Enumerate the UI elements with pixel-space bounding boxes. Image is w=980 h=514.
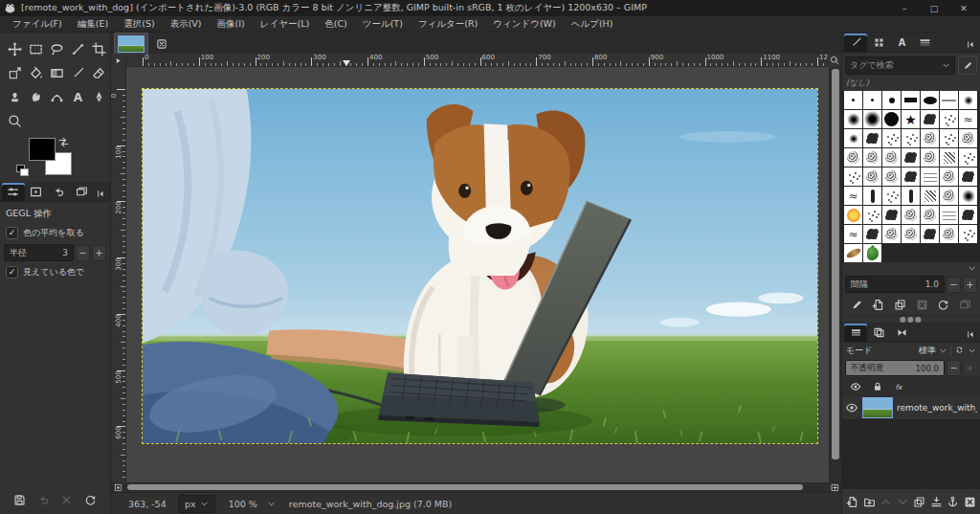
- brush-item-scribble[interactable]: [844, 187, 862, 205]
- delete-layer-button[interactable]: [962, 493, 979, 510]
- zoom-tool-button[interactable]: [5, 109, 25, 132]
- brush-item-dot-m[interactable]: [882, 91, 901, 109]
- restore-tool-preset-button[interactable]: [34, 491, 52, 508]
- opacity-slider[interactable]: 不透明度 100.0: [845, 360, 945, 376]
- brush-item-feather[interactable]: [844, 244, 862, 262]
- brush-item-star[interactable]: [902, 110, 920, 128]
- duplicate-layer-button[interactable]: [911, 493, 928, 510]
- brush-item-speckle[interactable]: [940, 110, 958, 128]
- menu-item-1[interactable]: 編集(E): [71, 17, 115, 32]
- layers-dock-tab-layers[interactable]: [844, 324, 867, 342]
- raise-layer-button[interactable]: [878, 493, 895, 510]
- brush-item-dot-s[interactable]: [844, 91, 862, 109]
- layers-dock-tab-paths[interactable]: [890, 324, 913, 342]
- crop-tool-button[interactable]: [89, 37, 109, 60]
- brush-item-bar[interactable]: [902, 91, 920, 109]
- brush-expander[interactable]: [842, 262, 980, 275]
- brush-item-lines[interactable]: [921, 168, 939, 186]
- brush-item-scribble[interactable]: [844, 225, 862, 243]
- layer-row[interactable]: remote_work_with_dog: [842, 396, 980, 420]
- brush-item-texture[interactable]: [882, 225, 901, 243]
- horizontal-ruler[interactable]: 0100200300400500600700800900100011001200: [126, 54, 828, 67]
- canvas-image[interactable]: [143, 89, 817, 443]
- brush-item-splat[interactable]: [959, 206, 977, 224]
- smudge-tool-button[interactable]: [26, 85, 46, 108]
- transform-tool-button[interactable]: [5, 61, 25, 84]
- measure-tool-button[interactable]: [68, 37, 88, 60]
- new-layer-group-button[interactable]: [861, 493, 879, 510]
- mode-switch-button[interactable]: [950, 346, 976, 357]
- vertical-ruler[interactable]: 0100200300400500600: [111, 67, 126, 482]
- lock-icon[interactable]: [872, 381, 883, 392]
- brushes-dock-tab-fonts[interactable]: A: [890, 34, 913, 52]
- brush-item-speckle[interactable]: [863, 206, 881, 224]
- new-layer-button[interactable]: [844, 493, 861, 510]
- brush-item-splat[interactable]: [921, 110, 939, 128]
- rectangle-select-tool-button[interactable]: [26, 37, 46, 60]
- left-dock-tab-images[interactable]: [70, 183, 93, 201]
- eraser-tool-button[interactable]: [89, 61, 109, 84]
- lower-layer-button[interactable]: [895, 493, 912, 510]
- brush-item-dot-s[interactable]: [863, 91, 881, 109]
- menu-item-9[interactable]: ウィンドウ(W): [486, 17, 562, 32]
- menu-item-0[interactable]: ファイル(F): [6, 17, 69, 32]
- brush-item-texture[interactable]: [959, 129, 977, 147]
- brush-item-sun[interactable]: [844, 206, 862, 224]
- reset-colors-icon[interactable]: [16, 165, 28, 176]
- brush-item-speckle[interactable]: [844, 168, 862, 186]
- brush-item-splat[interactable]: [863, 129, 881, 147]
- left-dock-tab-device-status[interactable]: [25, 183, 48, 201]
- checkbox-checked[interactable]: ✓: [6, 266, 18, 279]
- effects-fx-icon[interactable]: fx: [893, 381, 905, 393]
- swap-colors-icon[interactable]: [57, 136, 70, 148]
- menu-item-4[interactable]: 画像(I): [211, 17, 252, 32]
- brush-item-splat[interactable]: [882, 206, 901, 224]
- menu-item-3[interactable]: 表示(V): [164, 17, 209, 32]
- brush-item-speckle[interactable]: [882, 129, 901, 147]
- clone-tool-button[interactable]: [5, 85, 25, 108]
- dock-splitter-handle[interactable]: ●●●: [842, 316, 980, 323]
- menu-item-5[interactable]: レイヤー(L): [254, 17, 316, 32]
- brush-item-splat[interactable]: [921, 225, 939, 243]
- checkbox-checked[interactable]: ✓: [6, 227, 18, 239]
- brush-item-texture[interactable]: [844, 148, 862, 167]
- maximize-button[interactable]: □: [922, 1, 947, 15]
- brush-item-texture[interactable]: [902, 225, 920, 243]
- brush-item-line[interactable]: [940, 91, 958, 109]
- left-dock-tab-tool-options[interactable]: [2, 183, 25, 201]
- horizontal-scrollbar[interactable]: [125, 482, 829, 492]
- menu-item-2[interactable]: 選択(S): [117, 17, 161, 32]
- brush-item-texture[interactable]: [940, 187, 958, 205]
- menu-item-10[interactable]: ヘルプ(H): [565, 17, 620, 32]
- brush-item-hatch[interactable]: [940, 148, 958, 167]
- extra-tab-icon[interactable]: [154, 36, 169, 52]
- brush-item-texture[interactable]: [902, 206, 920, 224]
- brush-item-texture[interactable]: [940, 168, 958, 186]
- vertical-scrollbar-thumb[interactable]: [832, 69, 839, 459]
- minimize-button[interactable]: –: [892, 1, 917, 15]
- brush-item-circle[interactable]: [882, 110, 901, 128]
- brush-item-splat[interactable]: [902, 148, 920, 167]
- bucket-fill-tool-button[interactable]: [26, 61, 46, 84]
- canvas-viewport[interactable]: [126, 67, 829, 482]
- brush-item-texture[interactable]: [921, 129, 939, 147]
- brush-item-splat[interactable]: [863, 225, 881, 243]
- brush-item-vstroke[interactable]: [902, 187, 920, 205]
- brush-item-speckle[interactable]: [882, 187, 901, 205]
- edit-tags-button[interactable]: [958, 56, 977, 75]
- delete-brush-button[interactable]: [913, 296, 930, 313]
- vertical-scrollbar[interactable]: [829, 67, 841, 482]
- brush-item-speckle[interactable]: [959, 148, 977, 167]
- spacing-slider[interactable]: 間隔 1.0: [845, 276, 945, 293]
- brush-item-speckle[interactable]: [940, 129, 958, 147]
- gradient-tool-button[interactable]: [47, 61, 67, 84]
- brush-item-speckle[interactable]: [902, 129, 920, 147]
- close-button[interactable]: ✕: [951, 1, 976, 15]
- unit-dropdown[interactable]: px: [178, 495, 215, 513]
- sample-merged-checkbox-row[interactable]: ✓ 見えている色で: [4, 265, 106, 279]
- layer-visibility-eye-icon[interactable]: [845, 401, 858, 414]
- menu-item-8[interactable]: フィルター(R): [412, 17, 484, 32]
- zoom-dropdown[interactable]: 100 %: [223, 496, 281, 512]
- paths-tool-button[interactable]: [47, 85, 67, 108]
- brush-item-texture[interactable]: [882, 148, 901, 167]
